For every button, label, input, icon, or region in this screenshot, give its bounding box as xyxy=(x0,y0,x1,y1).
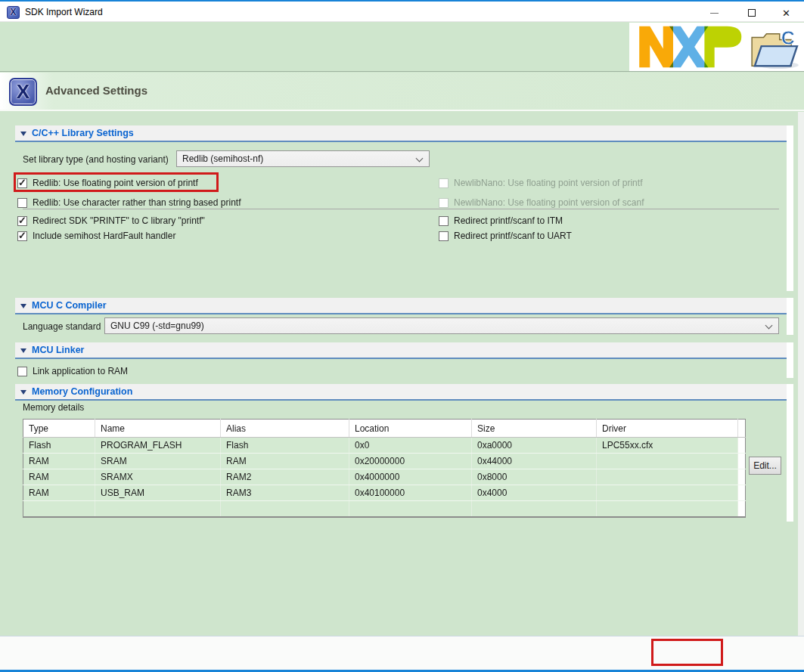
divider xyxy=(23,209,779,209)
annotation-box-redlib-float xyxy=(14,172,219,192)
table-row-empty xyxy=(23,501,746,517)
section-header-mcu-compiler[interactable]: MCU C Compiler xyxy=(15,298,787,314)
checkbox-box xyxy=(439,198,449,208)
cell-alias: RAM3 xyxy=(221,485,349,501)
section-title: MCU Linker xyxy=(32,342,84,358)
app-icon: X xyxy=(7,6,20,19)
table-row[interactable]: Flash PROGRAM_FLASH Flash 0x0 0xa0000 LP… xyxy=(23,438,746,454)
nxp-logo-area: C xyxy=(629,23,804,71)
checkbox-redirect-itm[interactable]: Redirect printf/scanf to ITM xyxy=(439,214,563,228)
checkbox-box xyxy=(439,216,449,226)
checkbox-redlib-char-printf[interactable]: Redlib: Use character rather than string… xyxy=(17,196,241,209)
library-type-value: Redlib (semihost-nf) xyxy=(182,151,263,166)
language-standard-label: Language standard xyxy=(23,321,101,332)
close-icon: ✕ xyxy=(782,8,790,18)
cell-size: 0xa0000 xyxy=(472,438,597,454)
checkbox-link-to-ram[interactable]: Link application to RAM xyxy=(17,364,128,378)
scrollbar-track[interactable] xyxy=(798,112,804,636)
table-scroll-gutter xyxy=(738,501,746,517)
column-header[interactable]: Name xyxy=(95,420,221,438)
cell-name: PROGRAM_FLASH xyxy=(95,438,221,454)
section-right-margin xyxy=(787,384,793,522)
checkbox-redirect-uart[interactable]: Redirect printf/scanf to UART xyxy=(439,229,572,243)
table-scroll-gutter xyxy=(738,469,746,485)
collapse-triangle-icon xyxy=(20,390,26,395)
checkbox-label: Redlib: Use character rather than string… xyxy=(33,197,241,208)
annotation-box-finish xyxy=(651,639,723,666)
window-title: SDK Import Wizard xyxy=(25,2,103,23)
title-bar: X SDK Import Wizard ✕ xyxy=(0,0,804,22)
checkbox-box xyxy=(17,367,27,376)
cell-name: SRAM xyxy=(95,454,221,469)
close-button[interactable]: ✕ xyxy=(769,3,803,23)
edit-button[interactable]: Edit... xyxy=(749,457,781,475)
section-right-margin xyxy=(787,298,793,335)
cell-alias: RAM2 xyxy=(221,469,349,485)
c-folder-icon: C xyxy=(749,29,800,70)
checkbox-label: NewlibNano: Use floating point version o… xyxy=(454,178,642,188)
cell-size: 0x8000 xyxy=(472,469,597,485)
memory-table[interactable]: Type Name Alias Location Size Driver Fla… xyxy=(23,419,746,518)
maximize-button[interactable] xyxy=(734,3,768,23)
brand-band: C xyxy=(0,23,804,72)
library-type-dropdown[interactable]: Redlib (semihost-nf) xyxy=(176,150,430,167)
folder-c-letter: C xyxy=(781,29,795,48)
checkbox-label: Include semihost HardFault handler xyxy=(33,231,175,241)
cell-alias: RAM xyxy=(221,454,349,469)
section-header-library-settings[interactable]: C/C++ Library Settings xyxy=(15,125,787,142)
checkbox-label: Redirect printf/scanf to UART xyxy=(454,231,572,241)
cell-name: SRAMX xyxy=(95,469,221,485)
chevron-down-icon xyxy=(416,155,424,163)
maximize-icon xyxy=(748,9,756,17)
table-header-row[interactable]: Type Name Alias Location Size Driver xyxy=(23,420,746,438)
checkbox-label: Link application to RAM xyxy=(33,366,128,376)
wizard-banner: X Advanced Settings xyxy=(0,73,804,111)
language-standard-dropdown[interactable]: GNU C99 (-std=gnu99) xyxy=(104,317,779,334)
cell-driver xyxy=(597,469,738,485)
section-title: MCU C Compiler xyxy=(32,298,107,313)
memory-details-label: Memory details xyxy=(23,402,84,413)
table-row[interactable]: RAM SRAM RAM 0x20000000 0x44000 xyxy=(23,454,746,469)
section-header-mcu-linker[interactable]: MCU Linker xyxy=(15,342,787,359)
cell-location: 0x0 xyxy=(349,438,472,454)
section-right-margin xyxy=(787,125,793,291)
cell-size: 0x44000 xyxy=(472,454,597,469)
section-title: Memory Configuration xyxy=(32,384,132,399)
checkbox-box xyxy=(17,198,27,208)
checkbox-box xyxy=(439,178,449,188)
table-row[interactable]: RAM USB_RAM RAM3 0x40100000 0x4000 xyxy=(23,485,746,501)
checkbox-newlibnano-scanf: NewlibNano: Use floating point version o… xyxy=(439,196,644,209)
cell-type: RAM xyxy=(23,485,95,501)
mcuxpresso-icon: X xyxy=(9,78,37,106)
cell-name: USB_RAM xyxy=(95,485,221,501)
minimize-button[interactable] xyxy=(697,3,731,23)
table-scroll-gutter xyxy=(738,420,746,438)
column-header[interactable]: Type xyxy=(23,420,95,438)
checkbox-box xyxy=(439,231,449,241)
chevron-down-icon xyxy=(765,322,773,330)
section-header-memory-config[interactable]: Memory Configuration xyxy=(15,384,787,401)
cell-type: RAM xyxy=(23,454,95,469)
checkbox-semihost-hardfault[interactable]: Include semihost HardFault handler xyxy=(17,229,175,243)
checkbox-redirect-sdk-printf[interactable]: Redirect SDK "PRINTF" to C library "prin… xyxy=(17,214,205,228)
cell-type: RAM xyxy=(23,469,95,485)
table-row[interactable]: RAM SRAMX RAM2 0x4000000 0x8000 xyxy=(23,469,746,485)
column-header[interactable]: Size xyxy=(472,420,597,438)
cell-driver xyxy=(597,485,738,501)
column-header[interactable]: Driver xyxy=(597,420,738,438)
collapse-triangle-icon xyxy=(20,348,26,353)
table-scroll-gutter xyxy=(738,485,746,501)
section-right-margin xyxy=(787,342,793,378)
cell-driver xyxy=(597,454,738,469)
checkbox-newlibnano-printf: NewlibNano: Use floating point version o… xyxy=(439,176,642,190)
cell-driver: LPC55xx.cfx xyxy=(597,438,738,454)
language-standard-value: GNU C99 (-std=gnu99) xyxy=(110,318,204,333)
column-header[interactable]: Alias xyxy=(221,420,349,438)
table-scroll-gutter xyxy=(738,438,746,454)
minimize-icon xyxy=(710,13,719,14)
page-title: Advanced Settings xyxy=(45,84,147,97)
column-header[interactable]: Location xyxy=(349,420,472,438)
checkbox-label: Redirect SDK "PRINTF" to C library "prin… xyxy=(33,215,205,226)
cell-alias: Flash xyxy=(221,438,349,454)
cell-type: Flash xyxy=(23,438,95,454)
